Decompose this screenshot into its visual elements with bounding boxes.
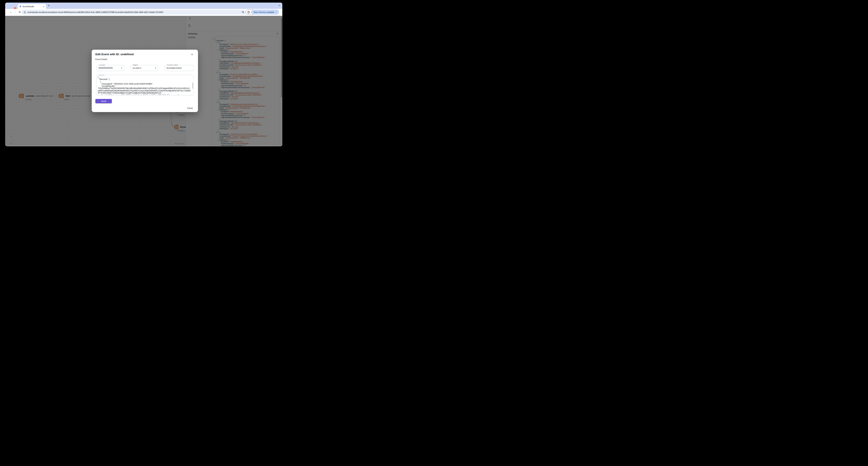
payload-field-label: Payload: [98, 75, 105, 76]
account-value: 000000000000: [98, 67, 113, 69]
reload-icon[interactable]: ↻: [19, 10, 21, 14]
textarea-scrollbar-thumb[interactable]: [192, 83, 193, 89]
account-select[interactable]: Account 000000000000 ▼: [97, 65, 124, 71]
function-name-label: Function Name: [166, 64, 179, 66]
zoom-page-icon[interactable]: [242, 11, 244, 13]
function-name-input[interactable]: Function Name ScoringFunction: [164, 65, 194, 71]
region-label: Region: [132, 64, 139, 66]
url-bar[interactable]: eventstudio.localhost.localstack.cloud:4…: [22, 10, 246, 14]
event-details-label: Event Details: [95, 58, 107, 60]
forward-icon[interactable]: →: [14, 10, 17, 14]
edit-event-dialog: Edit Event with ID: undefined ✕ Event De…: [92, 50, 198, 112]
tab-search-chevron-icon[interactable]: [278, 4, 280, 6]
chrome-update-button[interactable]: New Chrome available ⋮: [251, 9, 279, 14]
region-value: us-east-1: [132, 67, 141, 69]
account-label: Account: [98, 64, 105, 66]
dialog-title: Edit Event with ID: undefined: [95, 53, 134, 56]
profile-avatar-icon: [247, 11, 250, 13]
screen: EventStudio × + ← → ↻ eventstudio.localh…: [0, 0, 289, 155]
browser-menu-icon[interactable]: ⋮: [275, 11, 278, 13]
favicon-eventstudio-icon: [19, 5, 22, 8]
payload-text[interactable]: { "Records": [ { "messageId": "65032221-…: [98, 76, 191, 95]
back-icon[interactable]: ←: [9, 10, 12, 14]
site-settings-icon[interactable]: [24, 11, 26, 13]
close-button[interactable]: Close: [186, 107, 194, 110]
browser-tab[interactable]: EventStudio ×: [18, 4, 46, 9]
function-name-value: ScoringFunction: [166, 67, 182, 69]
new-tab-button[interactable]: +: [48, 4, 50, 7]
browser-toolbar: ← → ↻ eventstudio.localhost.localstack.c…: [5, 9, 282, 16]
send-button[interactable]: Send: [95, 99, 112, 103]
url-text[interactable]: eventstudio.localhost.localstack.cloud:4…: [28, 11, 242, 13]
dialog-close-icon[interactable]: ✕: [191, 53, 193, 56]
tab-strip: EventStudio × +: [5, 3, 282, 9]
browser-window: EventStudio × + ← → ↻ eventstudio.localh…: [5, 3, 282, 146]
dropdown-caret-icon: ▼: [155, 67, 156, 69]
region-select[interactable]: Region us-east-1 ▼: [131, 65, 158, 71]
page-content: λ Lambda SubmitQuizFunction Invoke → SQS…: [5, 16, 282, 146]
chrome-update-label: New Chrome available: [254, 11, 274, 13]
dropdown-caret-icon: ▼: [121, 67, 122, 69]
tab-close-icon[interactable]: ×: [42, 5, 45, 8]
payload-textarea[interactable]: Payload { "Records": [ { "messageId": "6…: [96, 75, 194, 95]
tab-title: EventStudio: [23, 5, 42, 7]
